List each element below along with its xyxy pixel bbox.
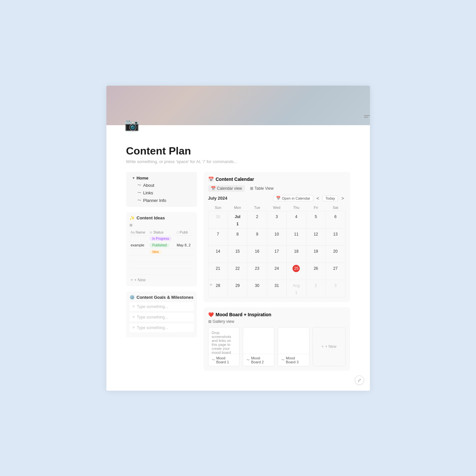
- calendar-icon: 📅: [276, 196, 281, 200]
- cal-day[interactable]: 7: [208, 228, 228, 245]
- gallery-label-text: Gallery view: [213, 319, 234, 324]
- cal-day[interactable]: 20: [326, 245, 345, 263]
- right-column: 📅 Content Calendar 📅 Calendar view ⊞ Tab…: [204, 172, 350, 371]
- nav-section: ▼ Home 〜 About 〜 Links 〜 Planner Info: [126, 172, 197, 207]
- table-row[interactable]: Idea: [129, 248, 194, 255]
- open-in-calendar-button[interactable]: 📅 Open in Calendar: [273, 195, 313, 201]
- cal-day[interactable]: 14: [208, 245, 228, 263]
- expand-button[interactable]: ⤢: [355, 376, 364, 385]
- cal-day[interactable]: 29: [228, 280, 247, 297]
- new-button[interactable]: + + New: [129, 277, 194, 283]
- cal-day[interactable]: 4: [287, 211, 306, 228]
- mood-card-1[interactable]: Drop screenshots and links on this page …: [208, 327, 240, 366]
- goal-placeholder: Type something...: [137, 315, 168, 320]
- cal-day[interactable]: 15: [228, 245, 247, 263]
- mood-board-title: Mood Board + Inspiration: [216, 312, 271, 317]
- table-row[interactable]: example Published May 8, 2: [129, 242, 194, 248]
- gallery-grid: Drop screenshots and links on this page …: [208, 327, 346, 366]
- calendar-emoji: 📅: [208, 177, 214, 182]
- cal-day[interactable]: + 28: [208, 280, 228, 297]
- add-event-button[interactable]: +: [210, 282, 212, 287]
- calendar-title-text: Content Calendar: [216, 177, 254, 182]
- today-button[interactable]: Today: [322, 195, 338, 201]
- new-label: + New: [134, 278, 146, 282]
- cal-day[interactable]: 23: [247, 263, 267, 280]
- calendar-actions: 📅 Open in Calendar < Today >: [273, 195, 346, 202]
- wave-icon: 〜: [137, 190, 141, 196]
- cal-day[interactable]: 17: [267, 245, 286, 263]
- cal-day[interactable]: Jul 1: [228, 211, 247, 228]
- star-icon: ✳: [132, 325, 135, 330]
- cal-day[interactable]: 27: [326, 263, 345, 280]
- day-header-mon: Mon: [228, 204, 247, 211]
- cell-status: Idea: [148, 248, 175, 255]
- cell-name: [129, 248, 149, 255]
- table-row[interactable]: In Progress: [129, 235, 194, 242]
- cal-day[interactable]: 5: [306, 211, 325, 228]
- cell-status: Published: [148, 242, 175, 248]
- mood-board-header: ❤️ Mood Board + Inspiration: [208, 312, 346, 317]
- cal-day[interactable]: 8: [228, 228, 247, 245]
- calendar-grid: Sun Mon Tue Wed Thu Fri Sat 30: [208, 204, 346, 297]
- cal-day[interactable]: 16: [247, 245, 267, 263]
- cal-day[interactable]: 3: [267, 211, 286, 228]
- cal-day[interactable]: 30: [208, 211, 228, 228]
- mood-card-2[interactable]: 〜 Mood Board 2: [243, 327, 274, 366]
- open-calendar-label: Open in Calendar: [282, 196, 310, 200]
- goal-item-2[interactable]: ✳ Type something...: [129, 313, 194, 322]
- cal-day[interactable]: 11: [287, 228, 306, 245]
- content-ideas-label: Content Ideas: [137, 215, 165, 220]
- menu-handle[interactable]: [364, 115, 370, 118]
- day-header-fri: Fri: [306, 204, 325, 211]
- goals-emoji: ⚙️: [129, 295, 135, 300]
- cell-name: [129, 235, 149, 242]
- next-month-button[interactable]: >: [340, 195, 345, 202]
- goal-item-3[interactable]: ✳ Type something...: [129, 323, 194, 332]
- nav-about[interactable]: 〜 About: [129, 182, 194, 189]
- tab-table-view[interactable]: ⊞ Table View: [247, 185, 276, 192]
- cal-day[interactable]: 2: [247, 211, 267, 228]
- cal-day[interactable]: 30: [247, 280, 267, 297]
- cal-day[interactable]: Aug 1: [287, 280, 306, 297]
- calendar-month-title: July 2024: [208, 196, 228, 201]
- cal-day[interactable]: 26: [306, 263, 325, 280]
- calendar-header: 📅 Content Calendar: [208, 177, 346, 182]
- cal-day[interactable]: 2: [306, 280, 325, 297]
- mood-card-3[interactable]: 〜 Mood Board 3: [278, 327, 309, 366]
- cal-day[interactable]: 3: [326, 280, 345, 297]
- day-header-sun: Sun: [208, 204, 228, 211]
- wave-icon: 〜: [281, 358, 285, 362]
- nav-home[interactable]: ▼ Home: [129, 175, 194, 182]
- cal-day[interactable]: 22: [228, 263, 247, 280]
- goals-section: ⚙️ Content Goals & Milestones ✳ Type som…: [126, 292, 197, 337]
- cal-day[interactable]: 18: [287, 245, 306, 263]
- cal-day[interactable]: 10: [267, 228, 286, 245]
- prev-month-button[interactable]: <: [315, 195, 321, 202]
- cal-day[interactable]: 31: [267, 280, 286, 297]
- cal-day[interactable]: 6: [326, 211, 345, 228]
- cal-day[interactable]: 13: [326, 228, 345, 245]
- cal-day[interactable]: 12: [306, 228, 325, 245]
- nav-about-label: About: [143, 183, 154, 188]
- left-column: ▼ Home 〜 About 〜 Links 〜 Planner Info: [126, 172, 197, 371]
- cal-day[interactable]: 9: [247, 228, 267, 245]
- cell-name: example: [129, 242, 149, 248]
- mood-card-2-label: Mood Board 2: [251, 356, 271, 364]
- cal-day-today[interactable]: 25: [287, 263, 306, 280]
- cal-day[interactable]: 24: [267, 263, 286, 280]
- calendar-week-2: 7 8 9 10 11 12 13: [208, 228, 345, 245]
- goal-item-1[interactable]: ✳ Type something...: [129, 302, 194, 311]
- new-mood-card-button[interactable]: + + New: [313, 327, 346, 366]
- nav-planner-info[interactable]: 〜 Planner Info: [129, 197, 194, 204]
- status-badge: Published: [150, 243, 169, 247]
- nav-links[interactable]: 〜 Links: [129, 189, 194, 197]
- table-row-empty: [129, 255, 194, 262]
- calendar-week-4: 21 22 23 24 25 26 27: [208, 263, 345, 280]
- tab-calendar-view[interactable]: 📅 Calendar view: [208, 185, 245, 192]
- goals-header: ⚙️ Content Goals & Milestones: [129, 295, 194, 300]
- gallery-label: ⊞ Gallery view: [208, 319, 346, 324]
- calendar-title: 📅 Content Calendar: [208, 177, 254, 182]
- cal-day[interactable]: 21: [208, 263, 228, 280]
- wave-icon: 〜: [246, 358, 250, 362]
- cal-day[interactable]: 19: [306, 245, 325, 263]
